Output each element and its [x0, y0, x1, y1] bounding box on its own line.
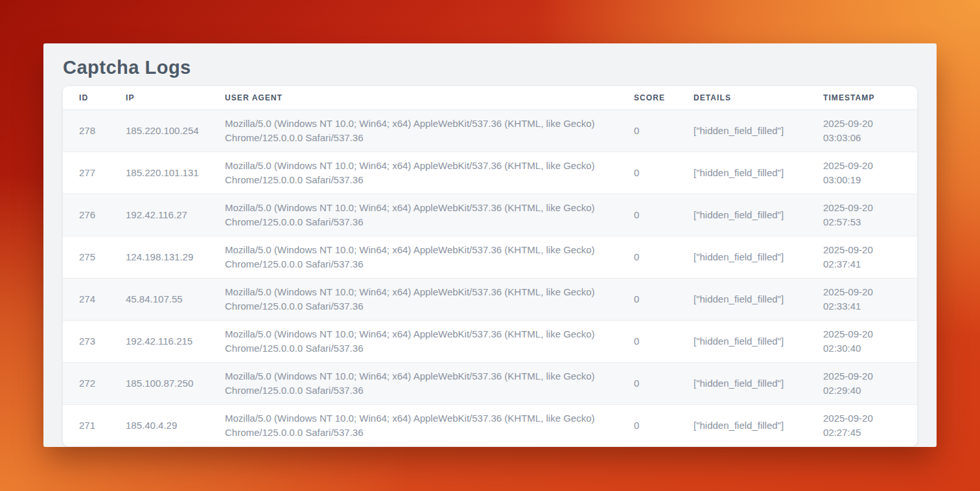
cell-id: 276: [63, 194, 126, 236]
table-row: 274 45.84.107.55 Mozilla/5.0 (Windows NT…: [63, 278, 917, 320]
table-row: 277 185.220.101.131 Mozilla/5.0 (Windows…: [63, 152, 917, 194]
cell-score: 0: [634, 194, 694, 236]
cell-timestamp: 2025-09-20 02:57:53: [823, 194, 917, 236]
cell-id: 272: [63, 362, 126, 404]
captcha-logs-card: Captcha Logs IDIPUSER AGENTSCOREDETAILST…: [43, 43, 937, 447]
cell-id: 277: [63, 152, 126, 194]
cell-ip: 192.42.116.27: [126, 194, 225, 236]
cell-score: 0: [634, 152, 694, 194]
cell-ip: 185.100.87.250: [126, 362, 225, 404]
cell-user-agent: Mozilla/5.0 (Windows NT 10.0; Win64; x64…: [225, 109, 634, 152]
cell-id: 273: [63, 320, 126, 362]
column-header-id: ID: [63, 86, 126, 109]
cell-user-agent: Mozilla/5.0 (Windows NT 10.0; Win64; x64…: [225, 194, 634, 236]
cell-user-agent: Mozilla/5.0 (Windows NT 10.0; Win64; x64…: [225, 278, 634, 320]
cell-details: ["hidden_field_filled"]: [694, 362, 823, 404]
table-row: 273 192.42.116.215 Mozilla/5.0 (Windows …: [63, 320, 917, 362]
cell-timestamp: 2025-09-20 03:03:06: [823, 109, 917, 152]
cell-details: ["hidden_field_filled"]: [694, 404, 823, 446]
captcha-logs-table-container[interactable]: IDIPUSER AGENTSCOREDETAILSTIMESTAMP 278 …: [63, 86, 917, 446]
cell-score: 0: [634, 404, 694, 446]
cell-user-agent: Mozilla/5.0 (Windows NT 10.0; Win64; x64…: [225, 152, 634, 194]
cell-user-agent: Mozilla/5.0 (Windows NT 10.0; Win64; x64…: [225, 320, 634, 362]
background: { "page": { "title": "Captcha Logs" }, "…: [0, 0, 980, 491]
cell-ip: 192.42.116.215: [126, 320, 225, 362]
cell-score: 0: [634, 362, 694, 404]
cell-id: 271: [63, 404, 126, 446]
cell-timestamp: 2025-09-20 02:37:41: [823, 236, 917, 278]
cell-user-agent: Mozilla/5.0 (Windows NT 10.0; Win64; x64…: [225, 404, 634, 446]
cell-details: ["hidden_field_filled"]: [694, 194, 823, 236]
table-row: 276 192.42.116.27 Mozilla/5.0 (Windows N…: [63, 194, 917, 236]
cell-id: 274: [63, 278, 126, 320]
cell-score: 0: [634, 278, 694, 320]
column-header-timestamp: TIMESTAMP: [823, 86, 917, 109]
cell-user-agent: Mozilla/5.0 (Windows NT 10.0; Win64; x64…: [225, 236, 634, 278]
column-header-ip: IP: [126, 86, 225, 109]
table-header-row: IDIPUSER AGENTSCOREDETAILSTIMESTAMP: [63, 86, 917, 109]
cell-details: ["hidden_field_filled"]: [694, 152, 823, 194]
page-title: Captcha Logs: [63, 57, 917, 78]
cell-details: ["hidden_field_filled"]: [694, 109, 823, 152]
table-row: 275 124.198.131.29 Mozilla/5.0 (Windows …: [63, 236, 917, 278]
column-header-ua: USER AGENT: [225, 86, 634, 109]
cell-ip: 45.84.107.55: [126, 278, 225, 320]
cell-score: 0: [634, 109, 694, 152]
cell-ip: 124.198.131.29: [126, 236, 225, 278]
cell-details: ["hidden_field_filled"]: [694, 320, 823, 362]
table-body: 278 185.220.100.254 Mozilla/5.0 (Windows…: [63, 109, 917, 446]
table-row: 272 185.100.87.250 Mozilla/5.0 (Windows …: [63, 362, 917, 404]
captcha-logs-table: IDIPUSER AGENTSCOREDETAILSTIMESTAMP 278 …: [63, 86, 917, 446]
cell-id: 278: [63, 109, 126, 152]
table-row: 278 185.220.100.254 Mozilla/5.0 (Windows…: [63, 109, 917, 152]
cell-details: ["hidden_field_filled"]: [694, 236, 823, 278]
cell-score: 0: [634, 320, 694, 362]
cell-timestamp: 2025-09-20 02:29:40: [823, 362, 917, 404]
cell-ip: 185.220.100.254: [126, 109, 225, 152]
cell-ip: 185.40.4.29: [126, 404, 225, 446]
cell-details: ["hidden_field_filled"]: [694, 278, 823, 320]
cell-timestamp: 2025-09-20 02:33:41: [823, 278, 917, 320]
cell-ip: 185.220.101.131: [126, 152, 225, 194]
cell-timestamp: 2025-09-20 02:30:40: [823, 320, 917, 362]
cell-score: 0: [634, 236, 694, 278]
cell-user-agent: Mozilla/5.0 (Windows NT 10.0; Win64; x64…: [225, 362, 634, 404]
column-header-score: SCORE: [634, 86, 694, 109]
column-header-details: DETAILS: [694, 86, 823, 109]
cell-timestamp: 2025-09-20 02:27:45: [823, 404, 917, 446]
cell-id: 275: [63, 236, 126, 278]
table-row: 271 185.40.4.29 Mozilla/5.0 (Windows NT …: [63, 404, 917, 446]
cell-timestamp: 2025-09-20 03:00:19: [823, 152, 917, 194]
